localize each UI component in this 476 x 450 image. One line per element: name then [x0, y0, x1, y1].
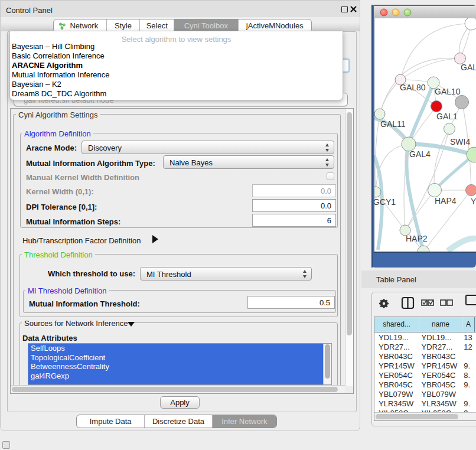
manual-kernel-checkbox[interactable]: [327, 172, 334, 180]
zoom-traffic-light[interactable]: [404, 9, 411, 16]
settings-vscrollbar-thumb[interactable]: [347, 112, 352, 335]
mi-type-label: Mutual Information Algorithm Type:: [26, 159, 155, 168]
select-all-checks-icon[interactable]: [422, 300, 433, 305]
kernel-width-input[interactable]: 0.0: [252, 184, 336, 197]
network-window-titlebar[interactable]: [374, 6, 476, 18]
table-row[interactable]: YBR043CYBR043C: [374, 352, 476, 361]
table-row[interactable]: YBL079WYBL079W: [374, 390, 476, 399]
column-header-third[interactable]: A: [462, 317, 475, 332]
table-cell: YDL19...: [374, 333, 419, 343]
hub-expand-icon[interactable]: [152, 235, 158, 243]
table-row[interactable]: YLR345WYLR345W9.: [374, 399, 476, 409]
attribute-item[interactable]: BetweennessCentrality: [28, 362, 323, 371]
node-table: shared... name A YDL19...YDL19...13YDR27…: [374, 317, 476, 421]
which-threshold-combobox[interactable]: MI Threshold: [140, 267, 312, 281]
network-node[interactable]: [455, 96, 469, 109]
algorithm-option[interactable]: Basic Correlation Inference: [10, 51, 343, 61]
network-node[interactable]: [431, 101, 442, 112]
settings-hscrollbar-thumb[interactable]: [12, 387, 338, 392]
network-view-window[interactable]: GAL7GAL80GAL10GAL1GAL11GAL4SWI4HAP4YGCY1…: [361, 0, 476, 273]
mi-steps-input[interactable]: 6: [252, 214, 336, 227]
table-cell: YBR043C: [419, 352, 462, 361]
control-panel-title: Control Panel: [6, 6, 53, 15]
minimized-panel-icon[interactable]: [2, 441, 10, 449]
attribute-item[interactable]: TopologicalCoefficient: [28, 353, 323, 363]
algorithm-option[interactable]: Mutual Information Inference: [10, 70, 343, 80]
data-attributes-label: Data Attributes: [22, 334, 77, 343]
node-label: GCY1: [373, 197, 396, 207]
tab-impute-data[interactable]: Impute Data: [77, 415, 144, 428]
table-row[interactable]: YDL19...YDL19...13: [374, 333, 476, 343]
gear-icon[interactable]: [379, 299, 389, 308]
node-label: GAL1: [436, 112, 458, 121]
table-row[interactable]: YBR045CYBR045C9.: [374, 380, 476, 390]
table-cell: YPR145W: [419, 361, 462, 371]
table-cell: YBR045C: [374, 380, 419, 390]
table-cell: YER054C: [419, 371, 462, 380]
attribute-item[interactable]: [28, 381, 323, 385]
tab-infer-network[interactable]: Infer Network: [212, 415, 276, 428]
algorithm-option[interactable]: Bayesian – Hill Climbing: [10, 42, 343, 51]
node-label: SWI4: [450, 137, 470, 146]
table-cell: YBR045C: [419, 380, 462, 390]
network-node[interactable]: [465, 17, 476, 30]
aracne-mode-combobox[interactable]: Discovery: [81, 141, 334, 154]
network-icon: [58, 22, 66, 30]
close-icon[interactable]: [350, 5, 357, 13]
settings-viewport: Cyni Algorithm Settings Algorithm Defini…: [11, 109, 345, 386]
settings-vertical-scrollbar[interactable]: [345, 109, 353, 386]
tab-select[interactable]: Select: [139, 19, 174, 32]
new-table-icon[interactable]: [466, 295, 476, 305]
attributes-scrollbar[interactable]: [323, 344, 331, 384]
table-cell: 9.: [462, 399, 476, 409]
combo-arrows-icon: [325, 144, 330, 152]
table-cell: 12: [462, 343, 476, 352]
apply-button[interactable]: Apply: [160, 396, 200, 409]
attributes-scrollbar-thumb[interactable]: [325, 344, 330, 379]
attribute-item[interactable]: gal4RGexp: [28, 371, 323, 381]
dpi-tolerance-input[interactable]: 0.0: [252, 199, 336, 212]
kernel-width-label: Kernel Width (0,1):: [26, 187, 94, 196]
tab-cyni-toolbox[interactable]: Cyni Toolbox: [174, 19, 238, 32]
mi-type-combobox[interactable]: Naive Bayes: [163, 155, 334, 169]
table-row[interactable]: YDR27...YDR27...12: [374, 343, 476, 352]
sources-collapse-icon[interactable]: [128, 322, 135, 327]
tab-impute-data-label: Impute Data: [90, 417, 132, 426]
columns-icon[interactable]: [402, 298, 413, 308]
attribute-item[interactable]: SelfLoops: [28, 344, 323, 353]
table-cell: YBR043C: [374, 352, 419, 361]
settings-scrollpane: Cyni Algorithm Settings Algorithm Defini…: [10, 108, 354, 394]
column-header-name[interactable]: name: [419, 317, 462, 332]
table-panel-titlebar[interactable]: Table Panel: [361, 270, 476, 288]
unselect-all-checks-icon[interactable]: [441, 300, 452, 305]
table-cell: YBL079W: [374, 390, 419, 399]
close-traffic-light[interactable]: [380, 9, 387, 16]
data-attributes-list[interactable]: SelfLoopsTopologicalCoefficientBetweenne…: [28, 343, 332, 385]
float-window-icon[interactable]: [341, 6, 348, 12]
mi-threshold-input[interactable]: 0.5: [247, 296, 335, 309]
table-cell: YDR27...: [419, 343, 462, 352]
minimize-traffic-light[interactable]: [392, 9, 399, 16]
algorithm-option[interactable]: Bayesian – K2: [10, 80, 343, 89]
network-node[interactable]: [444, 123, 455, 135]
table-toolbar: [376, 294, 476, 313]
algorithm-option[interactable]: Dream8 DC_TDC Algorithm: [10, 89, 343, 99]
tab-discretize-data[interactable]: Discretize Data: [144, 415, 211, 428]
tab-style[interactable]: Style: [106, 19, 140, 32]
tab-jactivemnodules[interactable]: jActiveMNodules: [238, 19, 311, 32]
network-node[interactable]: [374, 109, 385, 119]
network-node[interactable]: [466, 185, 476, 196]
algorithm-option[interactable]: ARACNE Algorithm: [10, 61, 343, 70]
tab-network[interactable]: Network: [54, 19, 106, 32]
node-label: Y: [471, 197, 476, 206]
settings-horizontal-scrollbar[interactable]: [11, 385, 345, 393]
cyni-algorithm-settings-title: Cyni Algorithm Settings: [16, 110, 100, 119]
network-node[interactable]: [428, 184, 442, 197]
table-hscrollbar-thumb[interactable]: [376, 414, 458, 419]
table-row[interactable]: YER054CYER054C8.: [374, 371, 476, 380]
table-horizontal-scrollbar[interactable]: [374, 412, 476, 420]
table-cell: YER054C: [374, 371, 419, 380]
column-header-shared-name[interactable]: shared...: [374, 317, 419, 332]
control-panel-titlebar[interactable]: Control Panel: [1, 1, 360, 17]
table-row[interactable]: YPR145WYPR145W9.: [374, 361, 476, 371]
